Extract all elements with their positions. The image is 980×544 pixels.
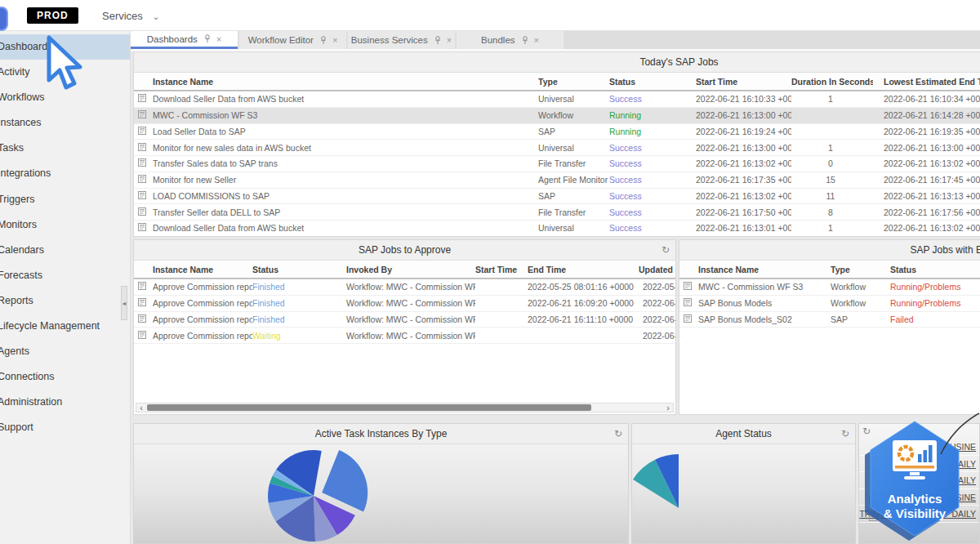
sidebar-item-reports[interactable]: Reports — [0, 288, 130, 314]
instance-icon — [684, 282, 692, 290]
pin-icon[interactable] — [320, 36, 327, 45]
sidebar-item-instances[interactable]: Instances — [0, 110, 130, 136]
app-logo — [0, 7, 8, 31]
table-header: Instance NameTypeStatus — [679, 261, 980, 279]
horizontal-scrollbar[interactable]: ‹ › — [136, 403, 674, 412]
instance-icon — [684, 298, 692, 306]
sidebar-item-connections[interactable]: Connections — [0, 364, 130, 390]
table-row[interactable]: Approve Commission reportWaitingWorkflow… — [134, 328, 675, 344]
tab-dashboards[interactable]: Dashboards× — [131, 31, 238, 49]
column-header: Instance Name — [153, 265, 252, 274]
sidebar-collapse-handle[interactable]: ◄ — [121, 286, 127, 320]
tab-close-icon[interactable]: × — [534, 35, 539, 45]
table-row[interactable]: Transfer Seller data DELL to SAPFile Tra… — [134, 204, 980, 221]
tab-close-icon[interactable]: × — [332, 35, 337, 45]
column-header: End Time — [519, 265, 639, 274]
status-badge: Finished — [252, 298, 346, 308]
instance-icon — [138, 223, 146, 231]
table-row[interactable]: SAP Bonus Models_S02SAPFailed — [679, 312, 980, 328]
table-row[interactable]: Approve Commission reportFinishedWorkflo… — [134, 296, 675, 312]
sidebar: DashboardsActivityWorkflowsInstancesTask… — [0, 31, 131, 544]
mouse-cursor — [42, 34, 88, 93]
pin-icon[interactable] — [434, 36, 441, 45]
table-row[interactable]: LOAD COMMISSIONS to SAPSAPSuccess2022-06… — [134, 189, 980, 205]
status-badge: Finished — [252, 314, 346, 324]
table-row[interactable]: Download Seller Data from AWS bucketUniv… — [134, 91, 980, 108]
status-badge: Success — [609, 94, 693, 104]
column-header: Instance Name — [698, 265, 831, 274]
status-badge: Success — [609, 191, 693, 201]
column-header: Type — [831, 265, 890, 274]
status-badge: Success — [609, 175, 693, 185]
table-row[interactable]: MWC - Commission WF S3WorkflowRunning202… — [134, 108, 980, 124]
badge-line2: & Visibility — [884, 506, 947, 520]
panel-active-task-instances-by-type: Active Task Instances By Type ↻ — [133, 423, 629, 544]
scrollbar-thumb[interactable] — [147, 404, 591, 411]
services-menu[interactable]: Services ⌄ — [102, 10, 160, 22]
sidebar-item-monitors[interactable]: Monitors — [0, 212, 130, 238]
table-row[interactable]: MWC - Commission WF S3WorkflowRunning/Pr… — [679, 279, 980, 296]
tab-label: Business Services — [351, 35, 428, 45]
instance-icon — [138, 282, 146, 290]
column-header: Updated — [639, 265, 675, 274]
sidebar-item-calendars[interactable]: Calendars — [0, 238, 130, 263]
tab-workflow-editor[interactable]: Workflow Editor× — [239, 31, 346, 49]
pin-icon[interactable] — [522, 36, 528, 45]
status-badge: Success — [609, 143, 693, 153]
refresh-icon[interactable]: ↻ — [662, 240, 670, 261]
tab-bundles[interactable]: Bundles× — [457, 31, 564, 49]
tab-label: Bundles — [481, 35, 515, 45]
instance-icon — [138, 158, 146, 167]
sidebar-item-triggers[interactable]: Triggers — [0, 187, 130, 212]
sidebar-item-administration[interactable]: Administration — [0, 390, 130, 415]
table-row[interactable]: Transfer Sales data to SAP transFile Tra… — [134, 156, 980, 172]
sidebar-item-lifecycle-management[interactable]: Lifecycle Management — [0, 314, 130, 339]
sidebar-item-forecasts[interactable]: Forecasts — [0, 263, 130, 288]
tab-close-icon[interactable]: × — [216, 34, 221, 44]
instance-icon — [684, 314, 692, 323]
column-header: Status — [890, 265, 980, 274]
column-header: Start Time — [475, 265, 519, 274]
tab-close-icon[interactable]: × — [447, 35, 452, 45]
panel-todays-sap-jobs: Today's SAP Jobs Instance NameTypeStatus… — [133, 51, 980, 237]
sidebar-item-support[interactable]: Support — [0, 415, 130, 440]
table-row[interactable]: SAP Bonus ModelsWorkflowRunning/Problems — [679, 296, 980, 312]
errors-table-body: MWC - Commission WF S3WorkflowRunning/Pr… — [679, 279, 980, 328]
tab-business-services[interactable]: Business Services× — [348, 31, 455, 49]
annotation-line — [931, 404, 980, 462]
sidebar-item-integrations[interactable]: Integrations — [0, 161, 130, 186]
table-row[interactable]: Approve Commission reportFinishedWorkflo… — [134, 279, 675, 296]
table-row[interactable]: Monitor for new sales data in AWS bucket… — [134, 140, 980, 156]
table-row[interactable]: Load Seller Data to SAPSAPRunning2022-06… — [134, 124, 980, 140]
panel-title: SAP Jobs with Errors — [679, 240, 980, 261]
main-area: Dashboards×Workflow Editor×Business Serv… — [131, 31, 980, 544]
column-header: Lowest Estimated End Time — [873, 77, 980, 87]
refresh-icon[interactable]: ↻ — [614, 424, 622, 444]
refresh-icon[interactable]: ↻ — [841, 424, 849, 444]
sidebar-item-agents[interactable]: Agents — [0, 339, 130, 364]
panel-title: SAP Jobs to Approve — [359, 244, 451, 256]
status-badge: Finished — [252, 282, 346, 292]
task-type-pie-chart — [134, 445, 628, 544]
status-badge: Running/Problems — [890, 298, 980, 308]
instance-icon — [138, 331, 146, 339]
instance-icon — [138, 175, 146, 183]
column-header: Start Time — [693, 77, 791, 87]
table-row[interactable]: Approve Commission reportFinishedWorkflo… — [134, 312, 675, 328]
pin-icon[interactable] — [204, 34, 211, 43]
instance-icon — [138, 191, 146, 199]
scroll-left-arrow[interactable]: ‹ — [136, 404, 146, 412]
column-header: Type — [538, 77, 609, 87]
panel-sap-jobs-to-approve: SAP Jobs to Approve ↻ Instance NameStatu… — [133, 239, 676, 415]
panel-agent-status: Agent Status ↻ — [631, 423, 856, 544]
today-table-body: Download Seller Data from AWS bucketUniv… — [134, 91, 980, 237]
sidebar-item-tasks[interactable]: Tasks — [0, 136, 130, 161]
status-badge: Success — [609, 207, 693, 217]
table-header: Instance NameTypeStatusStart TimeDuratio… — [134, 73, 980, 91]
table-row[interactable]: Download Seller Data from AWS bucketUniv… — [134, 221, 980, 237]
scroll-right-arrow[interactable]: › — [663, 404, 673, 412]
table-row[interactable]: Monitor for new SellerAgent File Monitor… — [134, 172, 980, 189]
table-header: Instance NameStatusInvoked ByStart TimeE… — [134, 261, 675, 279]
agent-status-pie-chart — [632, 445, 855, 544]
pie-slice — [322, 450, 368, 512]
